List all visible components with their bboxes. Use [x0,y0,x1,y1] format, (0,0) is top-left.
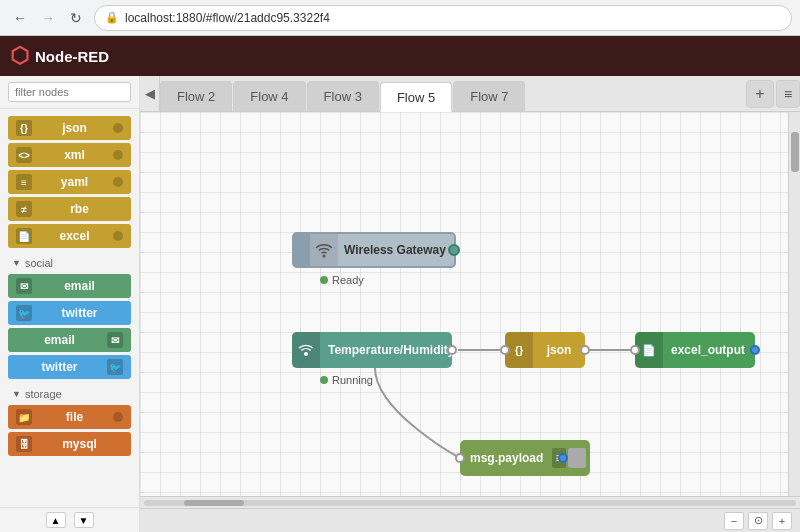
temp-humidity-status: Running [320,374,373,386]
file-icon-right [113,412,123,422]
canvas-vscroll[interactable] [788,112,800,496]
email-in-label: email [16,333,103,347]
sidebar-item-email-in[interactable]: ✉ email [8,328,131,352]
wireless-gateway-label: Wireless Gateway [338,243,454,257]
sidebar-item-mysql[interactable]: 🗄 mysql [8,432,131,456]
svg-point-0 [323,255,325,257]
sidebar-content: {} json <> xml ≡ yaml [0,109,139,507]
address-bar[interactable]: 🔒 localhost:1880/#flow/21addc95.3322f4 [94,5,792,31]
canvas-hscroll[interactable] [140,496,800,508]
mysql-icon: 🗄 [16,436,32,452]
excel-port-right [750,345,760,355]
xml-icon-left: <> [16,147,32,163]
tab-menu-button[interactable]: ≡ [776,80,800,108]
json-label: json [36,121,113,135]
excel-icon-left: 📄 [16,228,32,244]
canvas-vscroll-thumb [791,132,799,172]
sidebar-item-file[interactable]: 📁 file [8,405,131,429]
json-icon-left: {} [16,120,32,136]
json-canvas-node[interactable]: {} json [505,332,585,368]
tab-flow5[interactable]: Flow 5 [380,82,452,112]
twitter-in-label: twitter [16,360,103,374]
sidebar-item-twitter-out[interactable]: 🐦 twitter [8,301,131,325]
zoom-reset-button[interactable]: ⊙ [748,512,768,530]
sidebar-item-json[interactable]: {} json [8,116,131,140]
app-container: ⬡ Node-RED {} json <> [0,36,800,532]
msg-debug-icon [568,448,586,468]
xml-label: xml [36,148,113,162]
wireless-icon [310,234,338,266]
twitter-out-icon: 🐦 [16,305,32,321]
tab-flow4[interactable]: Flow 4 [233,81,305,111]
sidebar-item-excel[interactable]: 📄 excel [8,224,131,248]
sidebar-scroll-up-btn[interactable]: ▲ [46,512,66,528]
sidebar-item-rbe[interactable]: ≠ rbe [8,197,131,221]
wireless-status-text: Ready [332,274,364,286]
sidebar-scroll-down-btn[interactable]: ▼ [74,512,94,528]
tab-flow2[interactable]: Flow 2 [160,81,232,111]
rbe-icon-left: ≠ [16,201,32,217]
canvas-hscroll-thumb [184,500,244,506]
logo-icon: ⬡ [10,43,29,69]
zoom-out-button[interactable]: − [724,512,744,530]
wireless-gateway-node[interactable]: Wireless Gateway [292,232,456,268]
temp-humidity-node[interactable]: Temperature/Humidity [292,332,452,368]
temp-icon-box [292,332,320,368]
navbar: ⬡ Node-RED [0,36,800,76]
canvas-connections [140,112,800,496]
json-port-left [500,345,510,355]
tab-flow7[interactable]: Flow 7 [453,81,525,111]
wireless-status-dot [320,276,328,284]
temp-port-right [447,345,457,355]
wireless-left-bar [294,232,310,268]
email-out-label: email [36,279,123,293]
xml-icon-right [113,150,123,160]
sidebar-arrows: ▲ ▼ [0,507,139,532]
excel-label: excel [36,229,113,243]
email-out-icon: ✉ [16,278,32,294]
section-header-social[interactable]: ▼ social [8,251,131,271]
sidebar-item-xml[interactable]: <> xml [8,143,131,167]
excel-icon-right [113,231,123,241]
temp-status-text: Running [332,374,373,386]
main-area: {} json <> xml ≡ yaml [0,76,800,532]
flow-canvas[interactable]: Wireless Gateway Ready [140,112,800,496]
json-canvas-label: json [533,343,585,357]
yaml-icon-right [113,177,123,187]
lock-icon: 🔒 [105,11,119,24]
sidebar-item-email-out[interactable]: ✉ email [8,274,131,298]
wireless-gateway-port-right [448,244,460,256]
file-label: file [36,410,113,424]
temp-status-dot [320,376,328,384]
canvas-hscroll-track [144,500,796,506]
filter-nodes-input[interactable] [8,82,131,102]
section-header-storage[interactable]: ▼ storage [8,382,131,402]
msg-payload-label: msg.payload [460,451,552,465]
email-in-icon: ✉ [107,332,123,348]
msg-port-left [455,453,465,463]
forward-button[interactable]: → [36,6,60,30]
json-port-right [580,345,590,355]
excel-output-label: excel_output [663,343,755,357]
storage-chevron-icon: ▼ [12,389,21,399]
twitter-in-icon: 🐦 [107,359,123,375]
back-button[interactable]: ← [8,6,32,30]
rbe-label: rbe [36,202,123,216]
tab-add-button[interactable]: + [746,80,774,108]
sidebar-item-twitter-in[interactable]: 🐦 twitter [8,355,131,379]
svg-point-1 [305,353,308,356]
tab-flow3[interactable]: Flow 3 [307,81,379,111]
excel-output-node[interactable]: 📄 excel_output [635,332,755,368]
sidebar-item-yaml[interactable]: ≡ yaml [8,170,131,194]
zoom-in-button[interactable]: + [772,512,792,530]
url-text: localhost:1880/#flow/21addc95.3322f4 [125,11,330,25]
bottom-bar: − ⊙ + [140,508,800,532]
msg-payload-node[interactable]: msg.payload ≡ [460,440,590,476]
wireless-gateway-status: Ready [320,274,364,286]
sidebar-scroll: {} json <> xml ≡ yaml [0,109,139,507]
refresh-button[interactable]: ↻ [64,6,88,30]
tab-scroll-left-btn[interactable]: ◀ [140,76,160,111]
flow-area: ◀ Flow 2 Flow 4 Flow 3 Flow 5 Fl [140,76,800,532]
browser-chrome: ← → ↻ 🔒 localhost:1880/#flow/21addc95.33… [0,0,800,36]
sidebar: {} json <> xml ≡ yaml [0,76,140,532]
